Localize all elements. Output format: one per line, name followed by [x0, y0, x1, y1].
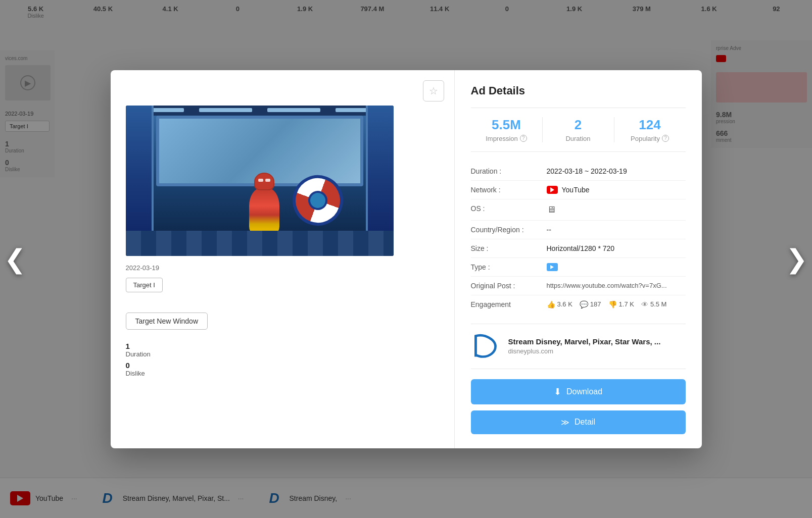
country-key: Country/Region : — [471, 226, 547, 234]
type-key: Type : — [471, 263, 547, 271]
modal-right-panel: Ad Details 5.5M Impression ? 2 Duration — [454, 70, 702, 448]
advertiser-info: Stream Disney, Marvel, Pixar, Star Wars,… — [508, 337, 661, 355]
views-item: 👁 5.5 M — [641, 300, 667, 308]
impression-label: Impression ? — [471, 135, 542, 142]
country-val: -- — [547, 226, 551, 234]
modal-overlay: ❮ ☆ — [0, 0, 812, 518]
original-post-key: Original Post : — [471, 282, 547, 290]
dislikes-item: 👎 1.7 K — [608, 300, 634, 308]
ad-image — [126, 106, 394, 256]
download-icon: ⬇ — [554, 386, 561, 397]
action-buttons: ⬇ Download ≫ Detail — [471, 379, 686, 434]
ad-date: 2022-03-19 — [126, 264, 160, 272]
prev-button[interactable]: ❮ — [3, 239, 28, 279]
duration-metric: 2 Duration — [543, 117, 614, 142]
eye-icon: 👁 — [641, 300, 648, 308]
duration-label: Duration — [543, 135, 614, 142]
popularity-value: 124 — [614, 117, 686, 133]
detail-arrow-icon: ≫ — [561, 418, 569, 427]
duration-row: Duration : 2022-03-18 ~ 2022-03-19 — [471, 162, 686, 181]
favorite-button[interactable]: ☆ — [423, 80, 444, 101]
comment-icon: 💬 — [580, 300, 588, 308]
star-icon: ☆ — [429, 85, 438, 97]
ad-detail-modal: ☆ — [111, 70, 702, 448]
os-key: OS : — [471, 204, 547, 213]
target-new-window-button[interactable]: Target New Window — [126, 313, 208, 330]
left-stats: 1 Duration 0 Dislike — [126, 342, 151, 377]
engagement-val: 👍 3.6 K 💬 187 👎 1.7 K 👁 — [547, 300, 667, 308]
download-button[interactable]: ⬇ Download — [471, 379, 686, 404]
os-val: 🖥 — [547, 204, 556, 215]
advertiser-name: Stream Disney, Marvel, Pixar, Star Wars,… — [508, 337, 661, 346]
duration-value: 2 — [543, 117, 614, 133]
network-key: Network : — [471, 186, 547, 194]
disney-logo — [471, 332, 499, 360]
country-row: Country/Region : -- — [471, 221, 686, 239]
next-button[interactable]: ❯ — [784, 239, 809, 279]
likes-item: 👍 3.6 K — [547, 300, 572, 308]
duration-stat: 1 Duration — [126, 342, 151, 358]
popularity-label: Popularity ? — [614, 135, 686, 142]
detail-table: Duration : 2022-03-18 ~ 2022-03-19 Netwo… — [471, 162, 686, 314]
size-key: Size : — [471, 244, 547, 252]
engagement-row: Engagement 👍 3.6 K 💬 187 👎 1.7 K — [471, 295, 686, 314]
engagement-key: Engagement — [471, 300, 547, 308]
modal-left-panel: ☆ — [111, 70, 454, 448]
ad-details-title: Ad Details — [471, 84, 686, 97]
comments-item: 💬 187 — [580, 300, 601, 308]
size-val: Horizontal/1280 * 720 — [547, 244, 615, 252]
popularity-help-icon[interactable]: ? — [662, 135, 669, 142]
advertiser-card: Stream Disney, Marvel, Pixar, Star Wars,… — [471, 324, 686, 369]
type-row: Type : — [471, 258, 686, 277]
duration-key: Duration : — [471, 167, 547, 175]
original-post-row: Original Post : https://www.youtube.com/… — [471, 277, 686, 295]
popularity-metric: 124 Popularity ? — [614, 117, 686, 142]
metrics-row: 5.5M Impression ? 2 Duration 124 Popular… — [471, 108, 686, 152]
dislike-stat: 0 Dislike — [126, 361, 151, 377]
os-row: OS : 🖥 — [471, 199, 686, 221]
type-val — [547, 263, 558, 271]
impression-value: 5.5M — [471, 117, 542, 133]
youtube-icon — [547, 186, 558, 194]
network-row: Network : YouTube — [471, 181, 686, 199]
impression-metric: 5.5M Impression ? — [471, 117, 543, 142]
duration-val: 2022-03-18 ~ 2022-03-19 — [547, 167, 627, 175]
desktop-icon: 🖥 — [547, 204, 556, 215]
thumbs-up-icon: 👍 — [547, 300, 555, 308]
size-row: Size : Horizontal/1280 * 720 — [471, 239, 686, 258]
detail-button[interactable]: ≫ Detail — [471, 410, 686, 434]
target-badge: Target I — [126, 278, 163, 292]
original-post-val: https://www.youtube.com/watch?v=7xG... — [547, 282, 667, 289]
thumbs-down-icon: 👎 — [608, 300, 617, 308]
impression-help-icon[interactable]: ? — [520, 135, 527, 142]
network-val: YouTube — [547, 186, 590, 194]
video-icon — [547, 263, 558, 271]
advertiser-domain: disneyplus.com — [508, 347, 661, 355]
